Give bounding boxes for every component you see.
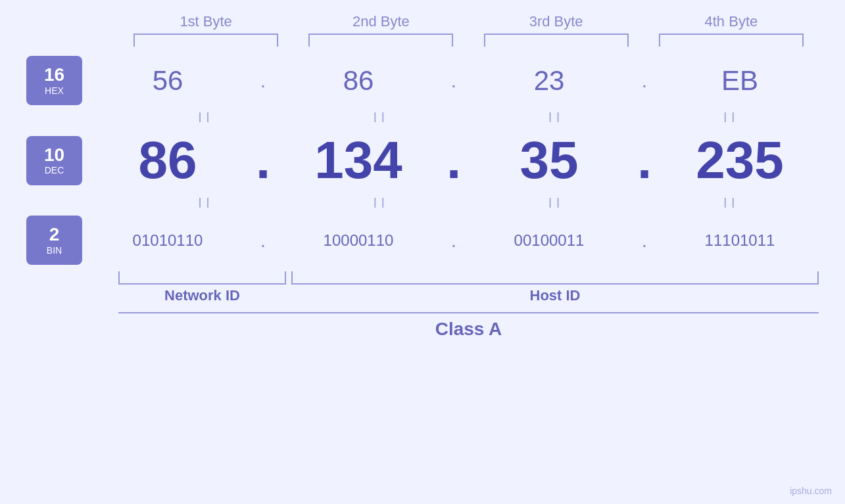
class-line — [118, 312, 819, 313]
dec-badge: 10 DEC — [26, 136, 82, 185]
class-section: Class A — [26, 312, 819, 340]
equals-1-b4: II — [659, 109, 804, 126]
id-labels-row: Network ID Host ID — [26, 287, 819, 304]
dec-badge-num: 10 — [44, 145, 64, 166]
bin-byte1: 01010110 — [95, 231, 240, 250]
hex-row: 16 HEX 56 . 86 . 23 . EB — [26, 56, 819, 105]
dec-byte3: 35 — [477, 130, 621, 191]
bin-badge-num: 2 — [49, 225, 60, 245]
dec-row: 10 DEC 86 . 134 . 35 . 235 — [26, 130, 819, 191]
dec-dot2: . — [444, 130, 464, 191]
bin-badge-label: BIN — [47, 245, 62, 256]
bracket-byte2 — [308, 34, 453, 47]
class-label: Class A — [118, 319, 819, 340]
byte3-header: 3rd Byte — [484, 13, 629, 30]
hex-badge-label: HEX — [45, 85, 64, 96]
equals-2-b2: II — [308, 195, 453, 212]
network-id-label: Network ID — [118, 287, 286, 304]
dec-byte2: 134 — [286, 130, 431, 191]
bin-values: 01010110 . 10000110 . 00100011 . 1110101… — [89, 229, 819, 252]
hex-byte3: 23 — [477, 65, 621, 97]
main-container: 1st Byte 2nd Byte 3rd Byte 4th Byte 16 H… — [0, 0, 845, 504]
dec-badge-label: DEC — [45, 165, 64, 175]
hex-badge-num: 16 — [44, 65, 64, 85]
byte2-header: 2nd Byte — [308, 13, 453, 30]
bottom-bracket-container — [26, 271, 819, 285]
hex-byte2: 86 — [286, 65, 431, 97]
hex-dot2: . — [444, 70, 464, 92]
bracket-byte4 — [659, 34, 804, 47]
dec-byte1: 86 — [95, 130, 240, 191]
hex-values: 56 . 86 . 23 . EB — [89, 65, 819, 97]
hex-dot3: . — [635, 70, 654, 92]
bin-dot1: . — [253, 229, 273, 252]
bin-byte2: 10000110 — [286, 231, 431, 250]
byte4-header: 4th Byte — [659, 13, 804, 30]
dec-values: 86 . 134 . 35 . 235 — [89, 130, 819, 191]
equals-1-b2: II — [308, 109, 453, 126]
bin-dot3: . — [635, 229, 654, 252]
top-bracket-row — [26, 34, 819, 47]
host-id-label: Host ID — [291, 287, 819, 304]
host-id-bracket — [291, 271, 819, 285]
bin-byte4: 11101011 — [667, 231, 812, 250]
dec-dot3: . — [635, 130, 654, 191]
hex-byte4: EB — [667, 65, 812, 97]
watermark: ipshu.com — [790, 486, 832, 496]
equals-2-b4: II — [659, 195, 804, 212]
equals-row-1: II II II II — [26, 109, 819, 126]
bracket-byte3 — [484, 34, 629, 47]
hex-byte1: 56 — [95, 65, 240, 97]
network-id-bracket — [118, 271, 286, 285]
byte-headers: 1st Byte 2nd Byte 3rd Byte 4th Byte — [26, 13, 819, 30]
bin-row: 2 BIN 01010110 . 10000110 . 00100011 . 1… — [26, 216, 819, 265]
hex-dot1: . — [253, 70, 273, 92]
byte1-header: 1st Byte — [133, 13, 278, 30]
equals-2-b1: II — [133, 195, 278, 212]
equals-2-b3: II — [484, 195, 629, 212]
dec-byte4: 235 — [667, 130, 812, 191]
dec-dot1: . — [253, 130, 273, 191]
bin-dot2: . — [444, 229, 464, 252]
equals-row-2: II II II II — [26, 195, 819, 212]
equals-1-b3: II — [484, 109, 629, 126]
bracket-byte1 — [133, 34, 278, 47]
bin-byte3: 00100011 — [477, 231, 621, 250]
bin-badge: 2 BIN — [26, 216, 82, 265]
equals-1-b1: II — [133, 109, 278, 126]
hex-badge: 16 HEX — [26, 56, 82, 105]
